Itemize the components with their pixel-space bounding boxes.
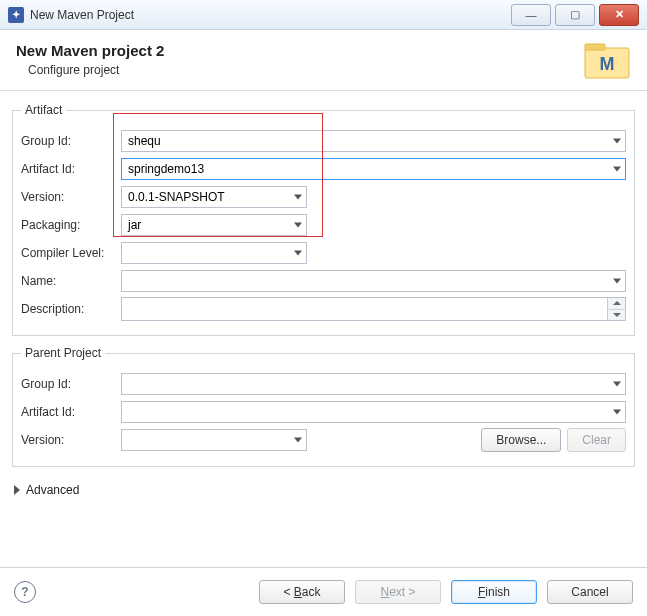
parent-legend: Parent Project <box>21 346 105 360</box>
svg-text:M: M <box>600 54 615 74</box>
compiler-level-label: Compiler Level: <box>21 246 121 260</box>
arrow-down-icon <box>613 313 621 317</box>
parent-version-combo[interactable] <box>121 429 307 451</box>
description-scroll[interactable] <box>607 298 625 320</box>
chevron-down-icon <box>294 251 302 256</box>
artifact-group: Artifact Group Id: shequ Artifact Id: sp… <box>12 103 635 336</box>
chevron-down-icon <box>294 438 302 443</box>
group-id-label: Group Id: <box>21 134 121 148</box>
back-button[interactable]: < Back <box>259 580 345 604</box>
group-id-combo[interactable]: shequ <box>121 130 626 152</box>
packaging-value: jar <box>128 218 141 232</box>
back-rest: ack <box>302 585 321 599</box>
svg-rect-1 <box>585 44 605 50</box>
app-icon: ✦ <box>8 7 24 23</box>
wizard-header: New Maven project 2 Configure project M <box>0 30 647 91</box>
chevron-down-icon <box>294 223 302 228</box>
parent-version-label: Version: <box>21 433 121 447</box>
chevron-down-icon <box>613 410 621 415</box>
version-value: 0.0.1-SNAPSHOT <box>128 190 225 204</box>
minimize-button[interactable]: — <box>511 4 551 26</box>
advanced-toggle[interactable]: Advanced <box>12 477 635 503</box>
compiler-level-combo[interactable] <box>121 242 307 264</box>
clear-button[interactable]: Clear <box>567 428 626 452</box>
artifact-id-label: Artifact Id: <box>21 162 121 176</box>
advanced-label: Advanced <box>26 483 79 497</box>
chevron-down-icon <box>613 167 621 172</box>
page-title: New Maven project 2 <box>16 42 164 59</box>
chevron-down-icon <box>613 382 621 387</box>
chevron-down-icon <box>294 195 302 200</box>
artifact-id-value: springdemo13 <box>128 162 204 176</box>
packaging-label: Packaging: <box>21 218 121 232</box>
parent-artifact-id-label: Artifact Id: <box>21 405 121 419</box>
version-label: Version: <box>21 190 121 204</box>
parent-group-id-combo[interactable] <box>121 373 626 395</box>
description-label: Description: <box>21 302 121 316</box>
parent-artifact-id-combo[interactable] <box>121 401 626 423</box>
cancel-button[interactable]: Cancel <box>547 580 633 604</box>
artifact-legend: Artifact <box>21 103 66 117</box>
parent-group-id-label: Group Id: <box>21 377 121 391</box>
finish-button[interactable]: Finish <box>451 580 537 604</box>
description-text[interactable] <box>121 297 626 321</box>
close-button[interactable]: ✕ <box>599 4 639 26</box>
chevron-down-icon <box>613 139 621 144</box>
description-value <box>122 298 607 320</box>
maximize-button[interactable]: ▢ <box>555 4 595 26</box>
help-button[interactable]: ? <box>14 581 36 603</box>
next-button: Next > <box>355 580 441 604</box>
browse-button[interactable]: Browse... <box>481 428 561 452</box>
name-combo[interactable] <box>121 270 626 292</box>
chevron-down-icon <box>613 279 621 284</box>
title-bar: ✦ New Maven Project — ▢ ✕ <box>0 0 647 30</box>
parent-project-group: Parent Project Group Id: Artifact Id: Ve… <box>12 346 635 467</box>
arrow-up-icon <box>613 301 621 305</box>
maven-logo-icon: M <box>583 40 631 80</box>
page-subtitle: Configure project <box>28 63 164 77</box>
triangle-right-icon <box>14 485 20 495</box>
packaging-combo[interactable]: jar <box>121 214 307 236</box>
name-label: Name: <box>21 274 121 288</box>
window-title: New Maven Project <box>30 8 134 22</box>
wizard-footer: ? < Back Next > Finish Cancel <box>0 567 647 616</box>
artifact-id-combo[interactable]: springdemo13 <box>121 158 626 180</box>
version-combo[interactable]: 0.0.1-SNAPSHOT <box>121 186 307 208</box>
group-id-value: shequ <box>128 134 161 148</box>
